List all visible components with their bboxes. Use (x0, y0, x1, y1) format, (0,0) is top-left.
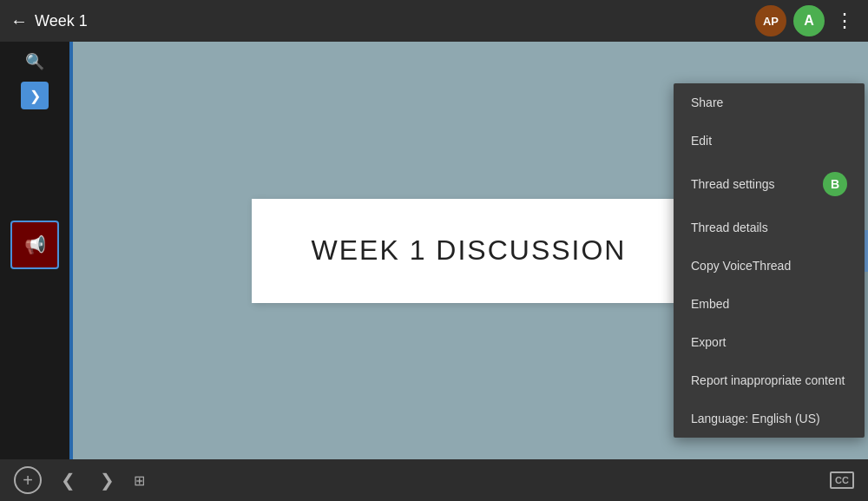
dropdown-menu: ShareEditThread settingsBThread detailsC… (674, 83, 865, 438)
slide-thumbnail[interactable] (10, 221, 59, 269)
menu-item-label: Copy VoiceThread (691, 259, 791, 273)
cc-button[interactable]: CC (830, 471, 854, 489)
menu-item-label: Edit (691, 134, 712, 148)
slide-title: WEEK 1 DISCUSSION (312, 234, 627, 267)
menu-item-edit[interactable]: Edit (674, 122, 865, 160)
slide-card: WEEK 1 DISCUSSION (252, 199, 686, 303)
back-button[interactable]: ← Week 1 (10, 11, 88, 31)
menu-item-embed[interactable]: Embed (674, 285, 865, 323)
menu-item-label: Thread details (691, 221, 768, 234)
back-arrow-icon: ← (10, 11, 28, 31)
menu-item-badge: B (823, 172, 847, 196)
next-slide-button[interactable]: ❯ (95, 468, 120, 492)
menu-item-share[interactable]: Share (674, 83, 865, 122)
top-right-controls: AP A ⋮ (755, 5, 858, 36)
chevron-right-icon: ❯ (30, 88, 41, 104)
page-title: Week 1 (35, 12, 88, 30)
add-button[interactable]: + (14, 466, 42, 494)
left-sidebar: 🔍 ❯ (0, 42, 69, 459)
more-menu-button[interactable]: ⋮ (832, 8, 858, 34)
plus-icon: + (23, 471, 33, 491)
menu-item-copy-voicethread[interactable]: Copy VoiceThread (674, 247, 865, 285)
menu-item-label: Embed (691, 297, 729, 311)
nav-forward-button[interactable]: ❯ (21, 82, 49, 109)
main-area: 🔍 ❯ WEEK 1 DISCUSSION ▶ − ❯ ShareEditThr… (0, 42, 868, 459)
avatar-ap[interactable]: AP (755, 5, 786, 36)
menu-item-label: Report inappropriate content (691, 373, 845, 387)
menu-item-report-inappropriate-content[interactable]: Report inappropriate content (674, 361, 865, 399)
menu-item-label: Share (691, 96, 723, 109)
avatar-a[interactable]: A (793, 5, 825, 36)
search-icon[interactable]: 🔍 (22, 49, 48, 75)
prev-slide-button[interactable]: ❮ (56, 468, 81, 492)
menu-item-label: Language: English (US) (691, 412, 820, 425)
menu-item-thread-details[interactable]: Thread details (674, 208, 865, 247)
menu-item-language:-english-(us)[interactable]: Language: English (US) (674, 399, 865, 438)
menu-item-label: Export (691, 335, 726, 349)
bottom-bar: + ❮ ❯ ⊞ CC (0, 459, 868, 501)
menu-item-label: Thread settings (691, 177, 775, 191)
grid-view-button[interactable]: ⊞ (134, 472, 145, 489)
slide-left-bar (69, 42, 73, 459)
top-bar: ← Week 1 AP A ⋮ (0, 0, 868, 42)
menu-item-thread-settings[interactable]: Thread settingsB (674, 160, 865, 208)
menu-item-export[interactable]: Export (674, 323, 865, 361)
